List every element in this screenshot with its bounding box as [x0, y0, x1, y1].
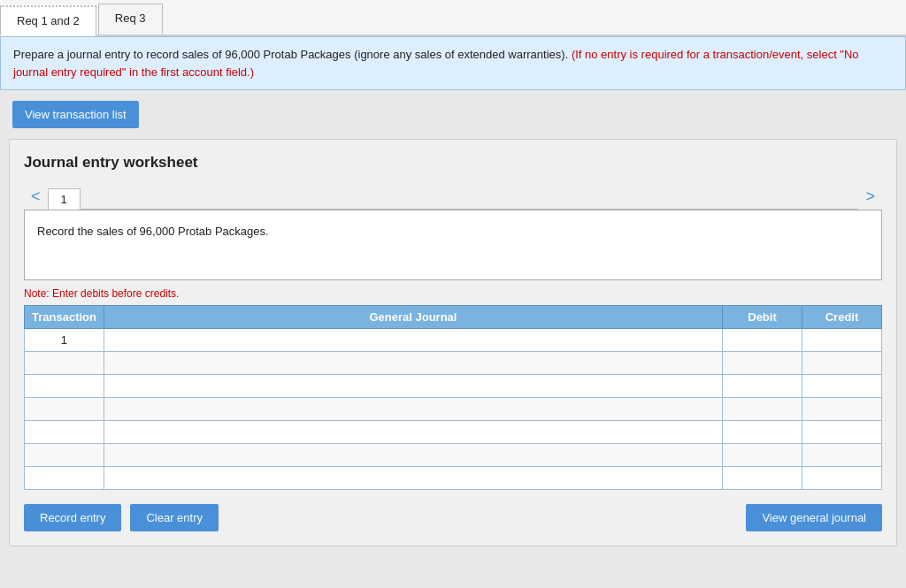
tab-line-spacer — [81, 209, 859, 210]
general-journal-input[interactable] — [104, 375, 722, 397]
debit-cell[interactable] — [723, 467, 802, 490]
worksheet-title: Journal entry worksheet — [24, 154, 882, 172]
credit-cell[interactable] — [802, 421, 882, 444]
debit-input[interactable] — [723, 352, 802, 374]
credit-input[interactable] — [802, 444, 881, 466]
debit-input[interactable] — [723, 329, 802, 351]
tab-number-1[interactable]: 1 — [48, 188, 81, 210]
top-tabs-row: Req 1 and 2 Req 3 — [0, 0, 906, 36]
general-journal-input[interactable] — [104, 398, 722, 420]
general-journal-input[interactable] — [104, 467, 722, 489]
credit-cell[interactable] — [802, 375, 882, 398]
clear-entry-button[interactable]: Clear entry — [130, 504, 219, 531]
table-row — [25, 467, 882, 490]
debit-input[interactable] — [723, 467, 802, 489]
credit-cell[interactable] — [802, 352, 882, 375]
general-journal-input[interactable] — [104, 329, 722, 351]
credit-input[interactable] — [802, 467, 881, 489]
transaction-cell — [25, 375, 104, 398]
debit-input[interactable] — [723, 421, 802, 443]
record-description-box: Record the sales of 96,000 Protab Packag… — [24, 210, 882, 280]
view-transaction-button[interactable]: View transaction list — [12, 101, 139, 128]
button-row: Record entry Clear entry View general jo… — [24, 504, 882, 531]
general-journal-input[interactable] — [104, 352, 722, 374]
general-journal-cell[interactable] — [104, 444, 722, 467]
general-journal-cell[interactable] — [104, 352, 722, 375]
transaction-cell — [25, 467, 104, 490]
col-credit: Credit — [802, 306, 882, 329]
note-text: Note: Enter debits before credits. — [24, 287, 882, 300]
transaction-cell — [25, 421, 104, 444]
general-journal-input[interactable] — [104, 444, 722, 466]
credit-input[interactable] — [802, 375, 881, 397]
next-nav-button[interactable]: > — [858, 184, 882, 210]
col-transaction: Transaction — [25, 306, 104, 329]
general-journal-cell[interactable] — [104, 467, 722, 490]
journal-table: Transaction General Journal Debit Credit… — [24, 305, 882, 490]
table-row: 1 — [25, 329, 882, 352]
col-debit: Debit — [723, 306, 802, 329]
record-entry-button[interactable]: Record entry — [24, 504, 121, 531]
credit-input[interactable] — [802, 329, 881, 351]
debit-cell[interactable] — [723, 329, 802, 352]
worksheet-nav-row: < 1 > — [24, 184, 882, 210]
prev-nav-button[interactable]: < — [24, 184, 48, 210]
transaction-cell — [25, 444, 104, 467]
debit-cell[interactable] — [723, 352, 802, 375]
general-journal-input[interactable] — [104, 421, 722, 443]
table-row — [25, 421, 882, 444]
debit-input[interactable] — [723, 398, 802, 420]
general-journal-cell[interactable] — [104, 398, 722, 421]
table-row — [25, 398, 882, 421]
general-journal-cell[interactable] — [104, 375, 722, 398]
credit-cell[interactable] — [802, 329, 882, 352]
debit-cell[interactable] — [723, 421, 802, 444]
tab-req-3[interactable]: Req 3 — [98, 4, 163, 34]
transaction-cell — [25, 398, 104, 421]
credit-cell[interactable] — [802, 467, 882, 490]
credit-input[interactable] — [802, 398, 881, 420]
transaction-cell — [25, 352, 104, 375]
table-row — [25, 444, 882, 467]
debit-input[interactable] — [723, 444, 802, 466]
credit-cell[interactable] — [802, 444, 882, 467]
debit-cell[interactable] — [723, 398, 802, 421]
general-journal-cell[interactable] — [104, 421, 722, 444]
instruction-box: Prepare a journal entry to record sales … — [0, 36, 906, 90]
view-general-journal-button[interactable]: View general journal — [746, 504, 882, 531]
debit-cell[interactable] — [723, 444, 802, 467]
col-general-journal: General Journal — [104, 306, 722, 329]
table-row — [25, 375, 882, 398]
worksheet-container: Journal entry worksheet < 1 > Record the… — [9, 139, 897, 546]
debit-cell[interactable] — [723, 375, 802, 398]
debit-input[interactable] — [723, 375, 802, 397]
table-row — [25, 352, 882, 375]
credit-cell[interactable] — [802, 398, 882, 421]
general-journal-cell[interactable] — [104, 329, 722, 352]
tab-req-1-2[interactable]: Req 1 and 2 — [0, 5, 96, 36]
transaction-cell: 1 — [25, 329, 104, 352]
credit-input[interactable] — [802, 352, 881, 374]
credit-input[interactable] — [802, 421, 881, 443]
